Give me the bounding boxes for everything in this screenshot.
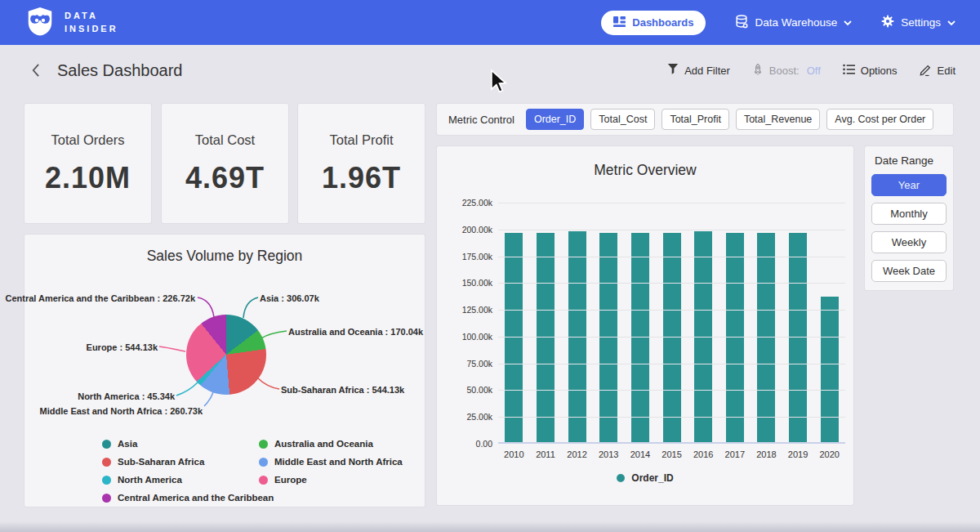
legend-label: North America <box>118 475 182 485</box>
bars-container <box>498 203 845 442</box>
x-axis-label-2018: 2018 <box>751 449 782 459</box>
y-axis-tick: 175.00k <box>462 252 492 262</box>
bar-2018 <box>757 233 775 442</box>
chart-title: Metric Overview <box>437 162 853 179</box>
nav-data-warehouse[interactable]: Data Warehouse <box>735 15 852 31</box>
bar-2020 <box>821 297 839 442</box>
y-axis-tick: 0.00 <box>476 439 492 449</box>
date-range-year[interactable]: Year <box>871 174 947 196</box>
rocket-icon <box>752 63 764 78</box>
boost-toggle[interactable]: Boost: Off <box>752 63 821 78</box>
kpi-label: Total Orders <box>51 132 125 148</box>
boost-value: Off <box>807 65 821 77</box>
gridline <box>498 230 845 230</box>
mouse-cursor <box>490 69 508 97</box>
nav-data-warehouse-label: Data Warehouse <box>755 16 837 29</box>
bar-slot-2010 <box>498 203 530 442</box>
legend-label: Europe <box>274 475 307 485</box>
app-logo[interactable]: DATA INSIDER <box>24 6 118 40</box>
pie-chart <box>186 315 266 395</box>
gridline <box>498 283 845 284</box>
bar-slot-2015 <box>656 203 688 442</box>
y-axis-tick: 200.00k <box>462 225 492 235</box>
bar-xlabels: 2010201120122013201420152016201720182019… <box>498 449 845 459</box>
dashboard-grid-icon <box>613 16 626 30</box>
x-axis-label-2010: 2010 <box>498 449 530 459</box>
pie-legend-item-middle-east-and-north-africa[interactable]: Middle East and North Africa <box>259 453 416 471</box>
options-button[interactable]: Options <box>843 64 898 78</box>
bar-slot-2013 <box>593 203 625 442</box>
pie-legend-item-australia-and-oceania[interactable]: Australia and Oceania <box>259 435 416 453</box>
page-title: Sales Dashboard <box>57 61 182 80</box>
pie-legend-item-central-america-and-the-caribbean[interactable]: Central America and the Caribbean <box>102 489 259 507</box>
metric-chip-total-revenue[interactable]: Total_Revenue <box>736 109 820 130</box>
legend-label: Middle East and North Africa <box>274 457 403 467</box>
y-axis-tick: 100.00k <box>462 332 492 342</box>
nav-settings-label: Settings <box>901 16 941 29</box>
bar-2015 <box>663 233 681 442</box>
date-range-title: Date Range <box>875 154 947 167</box>
boost-label: Boost: <box>769 65 800 77</box>
gridline <box>498 364 845 364</box>
y-axis-tick: 125.00k <box>462 305 492 315</box>
add-filter-button[interactable]: Add Filter <box>667 63 730 78</box>
pie-legend-item-asia[interactable]: Asia <box>102 435 259 453</box>
bar-slot-2014 <box>625 203 657 442</box>
kpi-label: Total Profit <box>330 132 394 148</box>
gear-icon <box>881 15 894 30</box>
bar-legend[interactable]: Order_ID <box>437 472 853 484</box>
pencil-icon <box>920 63 932 78</box>
bar-slot-2012 <box>561 203 593 442</box>
date-range-weekly[interactable]: Weekly <box>871 231 947 253</box>
legend-label: Sub-Saharan Africa <box>118 457 204 467</box>
nav-settings[interactable]: Settings <box>881 15 956 30</box>
pie-legend-item-north-america[interactable]: North America <box>102 471 259 489</box>
list-icon <box>843 64 855 78</box>
bar-2014 <box>631 233 649 442</box>
pie-legend-item-europe[interactable]: Europe <box>259 471 416 489</box>
metric-chips: Order_IDTotal_CostTotal_ProfitTotal_Reve… <box>526 109 933 130</box>
pie-title: Sales Volume by Region <box>24 248 425 265</box>
legend-label: Australia and Oceania <box>274 439 373 449</box>
nav-dashboards-label: Dashboards <box>632 16 693 29</box>
metric-chip-total-profit[interactable]: Total_Profit <box>662 109 729 130</box>
gridline <box>498 310 845 311</box>
kpi-value: 2.10M <box>45 161 131 195</box>
x-axis-label-2014: 2014 <box>625 449 657 459</box>
y-axis-tick: 50.00k <box>466 385 492 395</box>
bar-2013 <box>599 233 617 442</box>
sales-volume-card: Sales Volume by Region Central America a… <box>24 235 425 507</box>
x-axis-label-2019: 2019 <box>782 449 814 459</box>
metric-chip-order-id[interactable]: Order_ID <box>526 109 584 130</box>
pie-legend-item-sub-saharan-africa[interactable]: Sub-Saharan Africa <box>102 453 259 471</box>
pie-label-middle-east: Middle East and North Africa : 260.73k <box>40 406 203 416</box>
back-button[interactable] <box>24 60 46 81</box>
gridline <box>498 390 845 391</box>
date-range-monthly[interactable]: Monthly <box>871 203 947 225</box>
legend-label: Asia <box>118 439 137 449</box>
metric-chip-avg-cost-per-order[interactable]: Avg. Cost per Order <box>826 109 933 130</box>
x-axis-label-2011: 2011 <box>530 449 562 459</box>
legend-dot <box>259 476 268 485</box>
metric-chip-total-cost[interactable]: Total_Cost <box>590 109 655 130</box>
y-axis-tick: 150.00k <box>462 278 492 288</box>
legend-dot <box>617 474 625 482</box>
date-range-week-date[interactable]: Week Date <box>871 260 947 282</box>
pie-label-north-america: North America : 45.34k <box>78 391 175 401</box>
chevron-down-icon <box>947 16 956 29</box>
bar-slot-2017 <box>719 203 751 442</box>
owl-logo-icon <box>24 6 56 40</box>
database-icon <box>735 15 748 31</box>
edit-button[interactable]: Edit <box>920 63 956 78</box>
filter-icon <box>667 63 679 78</box>
nav-dashboards-button[interactable]: Dashboards <box>601 11 706 35</box>
bar-2017 <box>726 233 744 442</box>
logo-text: DATA INSIDER <box>65 10 118 35</box>
kpi-total-cost: Total Cost 4.69T <box>162 104 288 223</box>
pie-label-asia: Asia : 306.07k <box>260 293 319 303</box>
x-axis-label-2020: 2020 <box>813 449 845 459</box>
bar-slot-2016 <box>688 203 719 442</box>
x-axis-label-2015: 2015 <box>656 449 688 459</box>
chevron-down-icon <box>844 16 852 29</box>
y-axis-tick: 75.00k <box>466 359 492 369</box>
